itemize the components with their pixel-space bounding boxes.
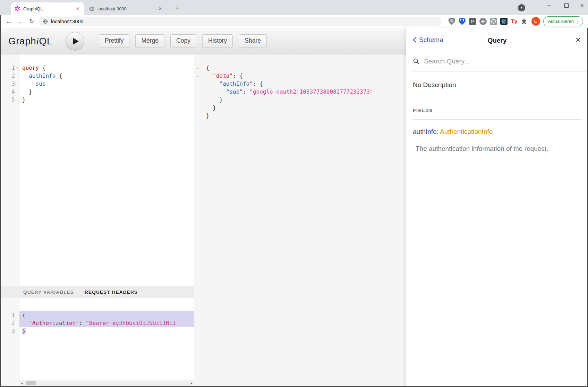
result-viewer[interactable]: ▾{▾ "data": { "authInfo": { "sub": "goog…	[194, 54, 406, 387]
doc-explorer-header: Schema Query ✕	[406, 28, 588, 51]
field-type-link[interactable]: AuthenticationInfo	[440, 128, 493, 135]
result-line: "authInfo": {	[194, 80, 406, 88]
tab-request-headers[interactable]: REQUEST HEADERS	[85, 290, 138, 295]
field-separator: :	[437, 128, 440, 135]
tab-close-icon[interactable]: ✕	[75, 6, 81, 12]
tab-close-icon[interactable]: ✕	[157, 6, 163, 12]
search-icon	[413, 58, 419, 64]
crosshair-icon[interactable]: ✚	[479, 18, 487, 25]
line-number: 1	[11, 64, 15, 72]
profile-avatar[interactable]: L	[531, 17, 540, 26]
field-description: The authentication information of the re…	[413, 145, 581, 153]
new-tab-button[interactable]: +	[173, 4, 181, 12]
password-manager-shield-icon[interactable]	[459, 18, 466, 25]
field-row: authInfo: AuthenticationInfo	[413, 128, 581, 136]
line-number: 4	[11, 88, 15, 96]
fold-arrow-icon[interactable]: ▾	[197, 75, 198, 78]
line-number: 5	[11, 96, 15, 104]
fold-arrow-icon[interactable]: ▾	[15, 64, 19, 72]
horizontal-scrollbar[interactable]: ◂ ▸	[19, 380, 194, 386]
line-number: 2	[11, 319, 15, 327]
copy-button[interactable]: Copy	[170, 34, 196, 48]
docs-close-button[interactable]: ✕	[575, 36, 581, 44]
fold-arrow-icon[interactable]: ▾	[197, 67, 198, 70]
maximize-icon	[564, 3, 569, 8]
graphiql-favicon-icon	[15, 6, 20, 11]
graphiql-topbar: GraphiQL Prettify Merge Copy History Sha…	[0, 28, 406, 54]
headers-line: 3}	[0, 327, 194, 335]
query-line: 2 authInfo {	[0, 72, 194, 80]
history-button[interactable]: History	[202, 34, 233, 48]
secondary-editor-tabs: QUERY VARIABLES REQUEST HEADERS	[0, 286, 194, 298]
forward-button[interactable]: →	[15, 15, 25, 28]
result-line: ▾{	[194, 64, 406, 72]
line-number: 3	[11, 327, 15, 335]
update-label: Aktualisieren	[548, 19, 574, 24]
headers-line: 1{	[0, 311, 194, 319]
address-bar[interactable]: localhost:3000	[39, 17, 441, 26]
merge-button[interactable]: Merge	[135, 34, 164, 48]
result-line: }	[194, 104, 406, 112]
line-number: 3	[11, 80, 15, 88]
graphiql-logo: GraphiQL	[8, 36, 52, 47]
result-line: }	[194, 96, 406, 104]
prettify-button[interactable]: Prettify	[99, 34, 129, 48]
chevron-down-icon: ▾	[521, 6, 522, 9]
docs-search-input[interactable]	[423, 57, 587, 66]
tampermonkey-tp-icon[interactable]: Tp	[511, 18, 518, 25]
query-line: 4 }	[0, 88, 194, 96]
type-description: No Description	[413, 81, 581, 89]
line-number: 2	[11, 72, 15, 80]
field-name-link[interactable]: authInfo	[413, 128, 437, 135]
request-headers-editor[interactable]: 1{2 "Authorization": "Bearer eyJhbGciOiJ…	[0, 298, 194, 387]
result-line: }	[194, 112, 406, 120]
window-left-edge	[0, 15, 1, 387]
docs-title: Query	[406, 37, 588, 44]
secondary-editor-pane: QUERY VARIABLES REQUEST HEADERS 1{2 "Aut…	[0, 286, 194, 387]
query-line: 3 sub	[0, 80, 194, 88]
doc-explorer-panel: Schema Query ✕ No Description FIELDS aut…	[406, 28, 588, 387]
window-close-button[interactable]: ✕	[574, 0, 588, 11]
screenshot-camera-icon[interactable]	[490, 18, 497, 25]
react-devtools-icon[interactable]	[500, 18, 508, 25]
result-line: ▾ "data": {	[194, 72, 406, 80]
address-url: localhost:3000	[51, 19, 84, 24]
tab-title: localhost:3000	[97, 6, 157, 11]
reload-button[interactable]: ↻	[26, 15, 37, 28]
editor-column: 1▾query {2 authInfo {3 sub4 }5} QUERY VA…	[0, 54, 194, 387]
window-maximize-button[interactable]	[559, 0, 574, 11]
tab-title: GraphiQL	[23, 6, 75, 11]
graphiql-app: GraphiQL Prettify Merge Copy History Sha…	[0, 28, 406, 387]
browser-toolbar: ← → ↻ localhost:3000 P ✚ Tp L Aktualisie…	[0, 15, 588, 28]
play-icon	[73, 38, 79, 45]
headers-line: 2 "Authorization": "Bearer eyJhbGciOiJSU…	[0, 319, 194, 327]
globe-icon	[89, 6, 94, 11]
scrollbar-track[interactable]	[24, 380, 189, 386]
extensions-puzzle-icon[interactable]	[521, 18, 528, 25]
back-button[interactable]: ←	[3, 15, 14, 28]
docs-search-row	[413, 51, 587, 71]
fields-divider	[413, 119, 581, 120]
toolbar-buttons: Prettify Merge Copy History Share	[99, 34, 267, 48]
kebab-menu-icon: ⋮	[576, 19, 580, 24]
line-number: 1	[11, 311, 15, 319]
scrollbar-thumb[interactable]	[26, 381, 36, 385]
tab-graphiql[interactable]: GraphiQL ✕	[11, 2, 84, 15]
tab-separator	[168, 5, 168, 11]
execute-query-button[interactable]	[66, 32, 84, 51]
adblock-shield-icon[interactable]	[448, 18, 455, 25]
query-line: 5}	[0, 96, 194, 104]
chrome-update-menu-button[interactable]: Aktualisieren ⋮	[543, 16, 583, 26]
window-minimize-button[interactable]: ─	[541, 0, 557, 11]
tab-query-variables[interactable]: QUERY VARIABLES	[23, 290, 74, 295]
query-editor[interactable]: 1▾query {2 authInfo {3 sub4 }5}	[0, 54, 194, 286]
graphiql-content: 1▾query {2 authInfo {3 sub4 }5} QUERY VA…	[0, 54, 406, 387]
share-button[interactable]: Share	[239, 34, 267, 48]
tab-search-button[interactable]: ▾	[518, 4, 525, 11]
browser-tab-strip: GraphiQL ✕ localhost:3000 ✕ + ▾ ─ ✕	[0, 0, 588, 15]
extensions-row: P ✚ Tp L Aktualisieren ⋮	[448, 17, 583, 26]
globe-icon	[43, 19, 48, 24]
docs-body: No Description FIELDS authInfo: Authenti…	[406, 81, 588, 153]
tab-localhost[interactable]: localhost:3000 ✕	[86, 2, 167, 15]
p-badge-icon[interactable]: P	[469, 18, 476, 25]
